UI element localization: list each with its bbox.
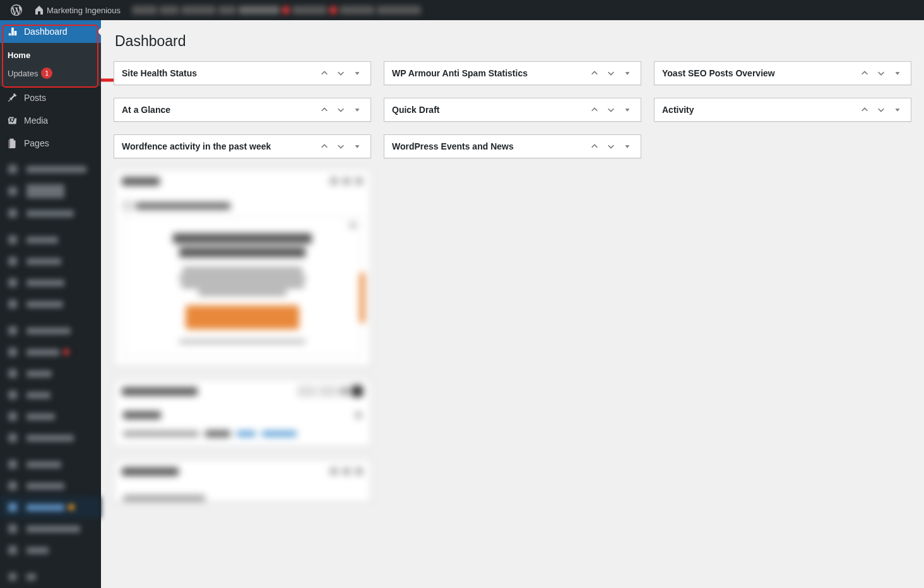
widget-title: WordPress Events and News bbox=[392, 141, 514, 151]
svg-marker-6 bbox=[355, 145, 360, 148]
media-icon bbox=[6, 114, 19, 127]
widget-activity: Activity bbox=[654, 98, 911, 122]
move-up-icon[interactable] bbox=[859, 104, 870, 115]
page-title: Dashboard bbox=[114, 33, 911, 50]
toggle-icon[interactable] bbox=[892, 68, 903, 79]
move-up-icon[interactable] bbox=[589, 68, 600, 79]
wordpress-logo-icon[interactable] bbox=[5, 0, 28, 20]
svg-marker-0 bbox=[355, 72, 360, 74]
widgets-row-1: Site Health Status WP Armour Anti Spam S… bbox=[114, 61, 911, 85]
widget-quick-draft: Quick Draft bbox=[384, 98, 641, 122]
site-name: Marketing Ingenious bbox=[47, 6, 121, 15]
submenu-item-home[interactable]: Home bbox=[0, 47, 101, 64]
sidebar-label-pages: Pages bbox=[24, 138, 49, 148]
sidebar-label-media: Media bbox=[24, 115, 48, 126]
svg-marker-7 bbox=[625, 145, 630, 148]
admin-bar: Marketing Ingenious bbox=[0, 0, 924, 20]
toggle-icon[interactable] bbox=[622, 104, 633, 115]
move-down-icon[interactable] bbox=[605, 104, 617, 115]
submenu-label-updates: Updates bbox=[8, 69, 38, 78]
widget-title: Wordfence activity in the past week bbox=[122, 141, 271, 151]
widgets-row-2: At a Glance Quick Draft bbox=[114, 98, 911, 122]
svg-marker-5 bbox=[896, 109, 900, 111]
sidebar-item-posts[interactable]: Posts bbox=[0, 86, 101, 109]
widget-wp-armour: WP Armour Anti Spam Statistics bbox=[384, 61, 641, 85]
submenu-item-updates[interactable]: Updates 1 bbox=[0, 64, 101, 83]
pin-icon bbox=[6, 91, 19, 104]
widget-title: Yoast SEO Posts Overview bbox=[662, 68, 775, 78]
move-down-icon[interactable] bbox=[335, 141, 346, 152]
widgets-row-3: Wordfence activity in the past week Word… bbox=[114, 134, 911, 158]
move-down-icon[interactable] bbox=[605, 141, 617, 152]
sidebar-label-dashboard: Dashboard bbox=[24, 26, 68, 37]
widget-wordfence: Wordfence activity in the past week bbox=[114, 134, 371, 158]
move-up-icon[interactable] bbox=[319, 104, 330, 115]
sidebar-item-media[interactable]: Media bbox=[0, 109, 101, 132]
home-icon[interactable]: Marketing Ingenious bbox=[28, 0, 126, 20]
updates-badge: 1 bbox=[41, 68, 52, 79]
toggle-icon[interactable] bbox=[892, 104, 903, 115]
widget-title: Activity bbox=[662, 105, 694, 115]
move-down-icon[interactable] bbox=[605, 68, 617, 79]
content-area: Dashboard Site Health Status WP Armour A… bbox=[101, 20, 924, 588]
svg-marker-4 bbox=[625, 109, 630, 111]
dashboard-icon bbox=[6, 25, 19, 38]
blurred-sidebar-items bbox=[0, 155, 101, 587]
widget-events: WordPress Events and News bbox=[384, 134, 641, 158]
move-down-icon[interactable] bbox=[335, 68, 346, 79]
move-down-icon[interactable] bbox=[335, 104, 346, 115]
sidebar-item-pages[interactable]: Pages bbox=[0, 132, 101, 155]
move-up-icon[interactable] bbox=[589, 141, 600, 152]
svg-marker-3 bbox=[355, 109, 360, 111]
widget-site-health: Site Health Status bbox=[114, 61, 371, 85]
move-down-icon[interactable] bbox=[875, 68, 887, 79]
toggle-icon[interactable] bbox=[352, 68, 363, 79]
move-up-icon[interactable] bbox=[319, 141, 330, 152]
submenu-label-home: Home bbox=[8, 50, 30, 60]
widget-yoast: Yoast SEO Posts Overview bbox=[654, 61, 911, 85]
toggle-icon[interactable] bbox=[352, 104, 363, 115]
widget-at-a-glance: At a Glance bbox=[114, 98, 371, 122]
widget-title: WP Armour Anti Spam Statistics bbox=[392, 68, 528, 78]
svg-marker-1 bbox=[625, 72, 630, 74]
svg-marker-2 bbox=[896, 72, 900, 74]
dashboard-submenu: Home Updates 1 bbox=[0, 43, 101, 86]
sidebar-item-dashboard[interactable]: Dashboard bbox=[0, 20, 101, 43]
pages-icon bbox=[6, 137, 19, 150]
widget-title: At a Glance bbox=[122, 105, 170, 115]
widget-title: Quick Draft bbox=[392, 105, 439, 115]
blurred-widgets bbox=[114, 169, 371, 515]
widget-title: Site Health Status bbox=[122, 68, 197, 78]
toggle-icon[interactable] bbox=[622, 141, 633, 152]
sidebar-label-posts: Posts bbox=[24, 93, 46, 103]
admin-sidebar: Dashboard Home Updates 1 Posts Media bbox=[0, 20, 101, 588]
move-up-icon[interactable] bbox=[859, 68, 870, 79]
move-up-icon[interactable] bbox=[319, 68, 330, 79]
toggle-icon[interactable] bbox=[622, 68, 633, 79]
blurred-admin-bar-items bbox=[132, 6, 421, 15]
move-up-icon[interactable] bbox=[589, 104, 600, 115]
move-down-icon[interactable] bbox=[875, 104, 887, 115]
toggle-icon[interactable] bbox=[352, 141, 363, 152]
